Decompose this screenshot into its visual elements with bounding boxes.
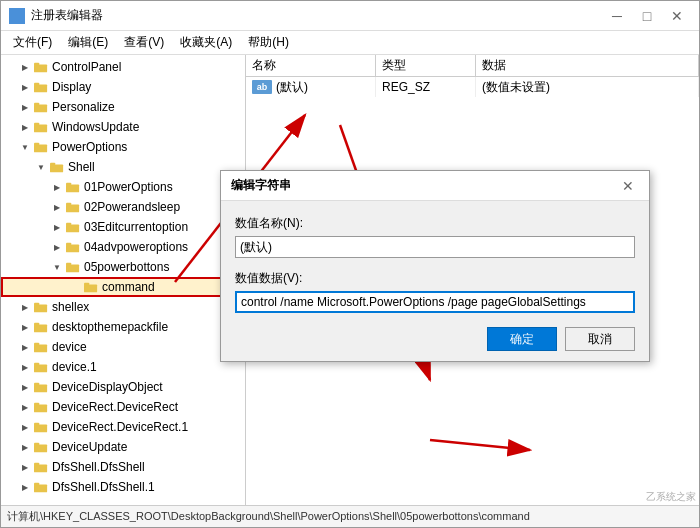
tree-item-windowsupdate[interactable]: ▶ WindowsUpdate <box>1 117 245 137</box>
tree-item-dfsshell[interactable]: ▶ DfsShell.DfsShell <box>1 457 245 477</box>
menu-file[interactable]: 文件(F) <box>5 32 60 53</box>
svg-rect-12 <box>34 144 47 152</box>
svg-rect-6 <box>34 84 47 92</box>
tree-item-command[interactable]: command <box>1 277 245 297</box>
value-data-input[interactable] <box>235 291 635 313</box>
svg-rect-47 <box>34 483 39 486</box>
svg-rect-38 <box>34 404 47 412</box>
folder-icon <box>33 59 49 75</box>
minimize-button[interactable]: ─ <box>603 5 631 27</box>
svg-rect-1 <box>18 10 23 15</box>
maximize-button[interactable]: □ <box>633 5 661 27</box>
value-name-cell: ab (默认) <box>246 77 376 97</box>
expand-icon: ▼ <box>17 139 33 155</box>
svg-rect-0 <box>11 10 16 15</box>
folder-icon <box>33 119 49 135</box>
folder-icon <box>65 259 81 275</box>
svg-rect-32 <box>34 344 47 352</box>
expand-icon: ▶ <box>17 299 33 315</box>
tree-item-display[interactable]: ▶ Display <box>1 77 245 97</box>
tree-item-02powerandsleep[interactable]: ▶ 02Powerandsleep <box>1 197 245 217</box>
tree-item-device[interactable]: ▶ device <box>1 337 245 357</box>
menu-view[interactable]: 查看(V) <box>116 32 172 53</box>
svg-rect-39 <box>34 403 39 406</box>
svg-rect-18 <box>66 204 79 212</box>
app-icon <box>9 8 25 24</box>
svg-rect-17 <box>66 183 71 186</box>
col-data-header: 数据 <box>476 55 699 76</box>
dialog-close-button[interactable]: ✕ <box>617 175 639 197</box>
data-label: 数值数据(V): <box>235 270 635 287</box>
svg-rect-24 <box>66 264 79 272</box>
svg-rect-45 <box>34 463 39 466</box>
status-text: 计算机\HKEY_CLASSES_ROOT\DesktopBackground\… <box>7 509 530 524</box>
svg-rect-31 <box>34 323 39 326</box>
svg-rect-34 <box>34 364 47 372</box>
svg-rect-36 <box>34 384 47 392</box>
tree-item-devicedisplayobject[interactable]: ▶ DeviceDisplayObject <box>1 377 245 397</box>
svg-rect-13 <box>34 143 39 146</box>
expand-icon: ▶ <box>17 59 33 75</box>
svg-rect-26 <box>84 284 97 292</box>
svg-rect-2 <box>11 17 16 22</box>
tree-item-deviceupdate[interactable]: ▶ DeviceUpdate <box>1 437 245 457</box>
tree-item-04advpoweroptions[interactable]: ▶ 04advpoweroptions <box>1 237 245 257</box>
svg-rect-16 <box>66 184 79 192</box>
svg-rect-41 <box>34 423 39 426</box>
table-row[interactable]: ab (默认) REG_SZ (数值未设置) <box>246 77 699 97</box>
folder-icon <box>33 319 49 335</box>
value-type-cell: REG_SZ <box>376 77 476 97</box>
expand-icon: ▼ <box>33 159 49 175</box>
svg-rect-44 <box>34 464 47 472</box>
menu-favorites[interactable]: 收藏夹(A) <box>172 32 240 53</box>
svg-rect-35 <box>34 363 39 366</box>
cancel-button[interactable]: 取消 <box>565 327 635 351</box>
menu-help[interactable]: 帮助(H) <box>240 32 297 53</box>
svg-rect-9 <box>34 103 39 106</box>
folder-icon <box>33 459 49 475</box>
ok-button[interactable]: 确定 <box>487 327 557 351</box>
tree-item-devicerect[interactable]: ▶ DeviceRect.DeviceRect <box>1 397 245 417</box>
folder-icon <box>33 139 49 155</box>
title-bar: 注册表编辑器 ─ □ ✕ <box>1 1 699 31</box>
svg-rect-33 <box>34 343 39 346</box>
folder-icon <box>83 279 99 295</box>
expand-icon: ▶ <box>17 439 33 455</box>
svg-rect-5 <box>34 63 39 66</box>
svg-rect-28 <box>34 304 47 312</box>
tree-item-shellex[interactable]: ▶ shellex <box>1 297 245 317</box>
tree-item-devicerect1[interactable]: ▶ DeviceRect.DeviceRect.1 <box>1 417 245 437</box>
close-button[interactable]: ✕ <box>663 5 691 27</box>
tree-item-personalize[interactable]: ▶ Personalize <box>1 97 245 117</box>
tree-item-05powerbottons[interactable]: ▼ 05powerbottons <box>1 257 245 277</box>
menu-edit[interactable]: 编辑(E) <box>60 32 116 53</box>
tree-item-desktopthemepackfile[interactable]: ▶ desktopthemepackfile <box>1 317 245 337</box>
expand-icon: ▶ <box>17 359 33 375</box>
expand-icon: ▼ <box>49 259 65 275</box>
folder-icon <box>65 199 81 215</box>
value-name-input[interactable] <box>235 236 635 258</box>
tree-item-device1[interactable]: ▶ device.1 <box>1 357 245 377</box>
tree-item-01poweroptions[interactable]: ▶ 01PowerOptions <box>1 177 245 197</box>
registry-tree-panel: ▶ ControlPanel ▶ Display ▶ <box>1 55 246 505</box>
expand-icon: ▶ <box>17 399 33 415</box>
tree-item-controlpanel[interactable]: ▶ ControlPanel <box>1 57 245 77</box>
folder-icon <box>33 419 49 435</box>
folder-icon <box>33 399 49 415</box>
registry-tree-scroll[interactable]: ▶ ControlPanel ▶ Display ▶ <box>1 55 245 505</box>
name-label: 数值名称(N): <box>235 215 635 232</box>
edit-string-dialog[interactable]: 编辑字符串 ✕ 数值名称(N): 数值数据(V): 确定 取消 <box>220 170 650 362</box>
svg-rect-23 <box>66 243 71 246</box>
expand-icon: ▶ <box>17 379 33 395</box>
svg-rect-43 <box>34 443 39 446</box>
dialog-body: 数值名称(N): 数值数据(V): 确定 取消 <box>221 201 649 361</box>
svg-rect-40 <box>34 424 47 432</box>
tree-item-03editcurrentoption[interactable]: ▶ 03Editcurrentoption <box>1 217 245 237</box>
tree-item-poweroptions[interactable]: ▼ PowerOptions <box>1 137 245 157</box>
svg-rect-22 <box>66 244 79 252</box>
expand-icon: ▶ <box>17 319 33 335</box>
folder-icon <box>33 439 49 455</box>
tree-item-shell[interactable]: ▼ Shell <box>1 157 245 177</box>
svg-rect-4 <box>34 64 47 72</box>
tree-item-dfsshell1[interactable]: ▶ DfsShell.DfsShell.1 <box>1 477 245 497</box>
